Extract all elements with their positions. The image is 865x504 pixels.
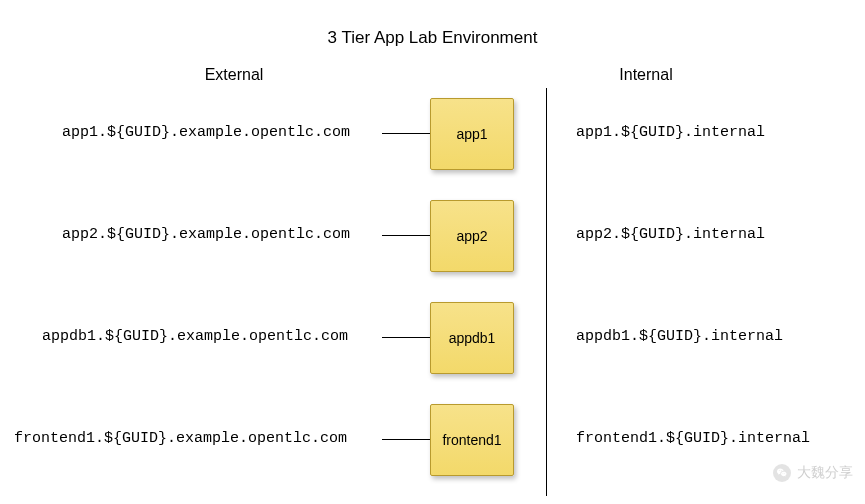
column-header-external: External (164, 66, 304, 84)
external-hostname: frontend1.${GUID}.example.opentlc.com (14, 430, 347, 447)
node-row-app1: app1.${GUID}.example.opentlc.com app1 ap… (0, 98, 865, 170)
diagram-title: 3 Tier App Lab Environment (0, 28, 865, 48)
external-hostname: app2.${GUID}.example.opentlc.com (62, 226, 350, 243)
node-box-frontend1: frontend1 (430, 404, 514, 476)
connector-line (382, 337, 430, 338)
connector-line (382, 439, 430, 440)
internal-hostname: appdb1.${GUID}.internal (576, 328, 783, 345)
node-box-app1: app1 (430, 98, 514, 170)
connector-line (382, 133, 430, 134)
node-box-app2: app2 (430, 200, 514, 272)
node-row-app2: app2.${GUID}.example.opentlc.com app2 ap… (0, 200, 865, 272)
watermark-text: 大魏分享 (797, 464, 853, 482)
external-hostname: app1.${GUID}.example.opentlc.com (62, 124, 350, 141)
connector-line (382, 235, 430, 236)
node-label: frontend1 (442, 432, 501, 448)
external-hostname: appdb1.${GUID}.example.opentlc.com (42, 328, 348, 345)
node-row-frontend1: frontend1.${GUID}.example.opentlc.com fr… (0, 404, 865, 476)
watermark: 大魏分享 (773, 464, 853, 482)
wechat-icon (773, 464, 791, 482)
node-row-appdb1: appdb1.${GUID}.example.opentlc.com appdb… (0, 302, 865, 374)
node-box-appdb1: appdb1 (430, 302, 514, 374)
node-label: app1 (456, 126, 487, 142)
internal-hostname: frontend1.${GUID}.internal (576, 430, 810, 447)
node-label: appdb1 (449, 330, 496, 346)
internal-hostname: app2.${GUID}.internal (576, 226, 765, 243)
column-header-internal: Internal (576, 66, 716, 84)
internal-hostname: app1.${GUID}.internal (576, 124, 765, 141)
node-label: app2 (456, 228, 487, 244)
